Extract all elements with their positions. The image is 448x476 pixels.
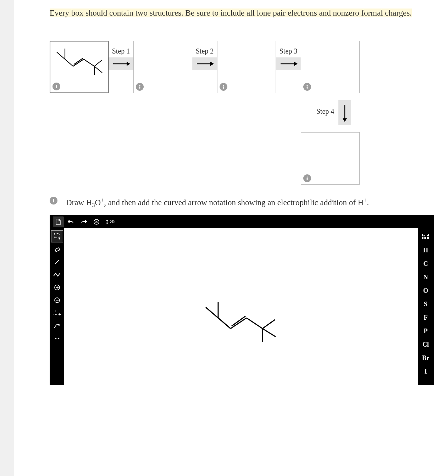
- charge-minus-tool[interactable]: [51, 294, 63, 306]
- editor-body: +: [50, 228, 433, 385]
- svg-point-9: [56, 84, 57, 85]
- svg-rect-31: [54, 234, 59, 238]
- mechanism-box-1[interactable]: [50, 41, 109, 93]
- step-1-label: Step 1: [112, 47, 130, 55]
- step-2: Step 2: [192, 47, 217, 70]
- svg-line-2: [65, 59, 73, 66]
- svg-line-51: [232, 316, 245, 326]
- svg-point-46: [58, 338, 60, 340]
- info-icon[interactable]: [303, 83, 311, 91]
- undo-button[interactable]: [66, 217, 76, 227]
- step-2-label: Step 2: [196, 47, 214, 55]
- mechanism-box-3[interactable]: [217, 41, 276, 93]
- svg-point-25: [306, 176, 308, 177]
- drawing-canvas[interactable]: [64, 228, 418, 385]
- single-bond-tool[interactable]: [51, 256, 63, 268]
- editor-toolbar-right: H C N O S F P Cl Br I: [418, 228, 433, 385]
- new-document-button[interactable]: [53, 217, 63, 227]
- svg-rect-70: [427, 238, 428, 239]
- hint-row: Draw H3O+, and then add the curved arrow…: [50, 195, 434, 210]
- hint-sup: +: [101, 197, 104, 203]
- svg-line-49: [218, 318, 231, 329]
- periodic-table-button[interactable]: [419, 230, 433, 244]
- mechanism-box-2[interactable]: [133, 41, 192, 93]
- svg-line-4: [74, 58, 83, 65]
- mechanism-box-5[interactable]: [301, 132, 360, 185]
- page-content: Every box should contain two structures.…: [14, 0, 448, 476]
- mechanism-box-4[interactable]: [301, 41, 360, 93]
- cleanup-label: 2D: [110, 220, 115, 224]
- svg-marker-24: [343, 118, 347, 122]
- svg-rect-63: [424, 237, 425, 238]
- element-N[interactable]: N: [419, 271, 433, 284]
- chain-tool[interactable]: [51, 269, 63, 281]
- svg-marker-42: [59, 313, 61, 315]
- svg-line-50: [231, 318, 247, 329]
- svg-line-47: [206, 307, 218, 318]
- step-3: Step 3: [276, 47, 301, 70]
- element-Br[interactable]: Br: [419, 352, 433, 365]
- svg-rect-10: [56, 86, 57, 88]
- svg-point-13: [139, 85, 140, 86]
- hint-part: O: [95, 198, 101, 207]
- svg-rect-62: [422, 237, 423, 238]
- svg-rect-71: [428, 238, 429, 239]
- svg-marker-12: [127, 62, 130, 66]
- editor-toolbar-top: 2D: [50, 215, 433, 228]
- svg-rect-69: [425, 238, 426, 239]
- svg-rect-67: [422, 238, 423, 239]
- svg-line-54: [262, 320, 275, 329]
- redo-button[interactable]: [78, 217, 89, 227]
- editor-toolbar-left: +: [50, 228, 64, 385]
- eraser-tool[interactable]: [51, 243, 63, 255]
- svg-rect-26: [307, 178, 308, 180]
- step-1: Step 1: [109, 47, 133, 70]
- svg-rect-28: [53, 200, 54, 202]
- svg-point-45: [55, 338, 57, 340]
- svg-line-3: [73, 59, 84, 66]
- svg-rect-65: [427, 237, 428, 238]
- arrow-right-icon: [276, 57, 301, 70]
- element-I[interactable]: I: [419, 365, 433, 379]
- info-icon[interactable]: [220, 83, 227, 91]
- svg-rect-14: [139, 86, 140, 89]
- svg-rect-64: [425, 237, 426, 238]
- delete-button[interactable]: [91, 217, 102, 227]
- svg-marker-44: [59, 324, 60, 326]
- instructions: Every box should contain two structures.…: [50, 7, 434, 19]
- svg-rect-66: [428, 237, 429, 238]
- hint-sup: +: [364, 197, 367, 203]
- svg-point-21: [306, 85, 308, 86]
- curved-arrow-tool[interactable]: [51, 320, 63, 332]
- arrow-down-icon: [338, 100, 351, 125]
- element-S[interactable]: S: [419, 298, 433, 311]
- element-P[interactable]: P: [419, 325, 433, 338]
- cleanup-2d-button[interactable]: 2D: [104, 217, 116, 227]
- svg-line-55: [262, 329, 276, 337]
- charge-plus-tool[interactable]: [51, 281, 63, 293]
- marquee-tool[interactable]: [51, 230, 63, 242]
- last-column: Step 4: [301, 41, 360, 185]
- svg-line-0: [57, 52, 65, 59]
- svg-marker-20: [294, 62, 298, 66]
- element-F[interactable]: F: [419, 311, 433, 325]
- svg-rect-18: [223, 86, 224, 89]
- info-icon[interactable]: [52, 83, 60, 90]
- info-icon[interactable]: [303, 174, 311, 182]
- instructions-text: Every box should contain two structures.…: [50, 9, 412, 17]
- reaction-arrow-tool[interactable]: +: [51, 307, 63, 319]
- element-H[interactable]: H: [419, 244, 433, 257]
- element-Cl[interactable]: Cl: [419, 338, 433, 352]
- step-3-label: Step 3: [280, 47, 298, 55]
- info-icon[interactable]: [50, 197, 57, 205]
- svg-text:+: +: [54, 309, 56, 313]
- info-icon[interactable]: [136, 83, 144, 91]
- svg-rect-33: [55, 248, 60, 252]
- lone-pair-tool[interactable]: [51, 332, 63, 345]
- svg-line-34: [55, 260, 59, 264]
- svg-rect-58: [422, 235, 423, 236]
- element-O[interactable]: O: [419, 284, 433, 298]
- step-4-label: Step 4: [316, 107, 334, 116]
- element-C[interactable]: C: [419, 257, 433, 271]
- svg-rect-57: [428, 234, 429, 235]
